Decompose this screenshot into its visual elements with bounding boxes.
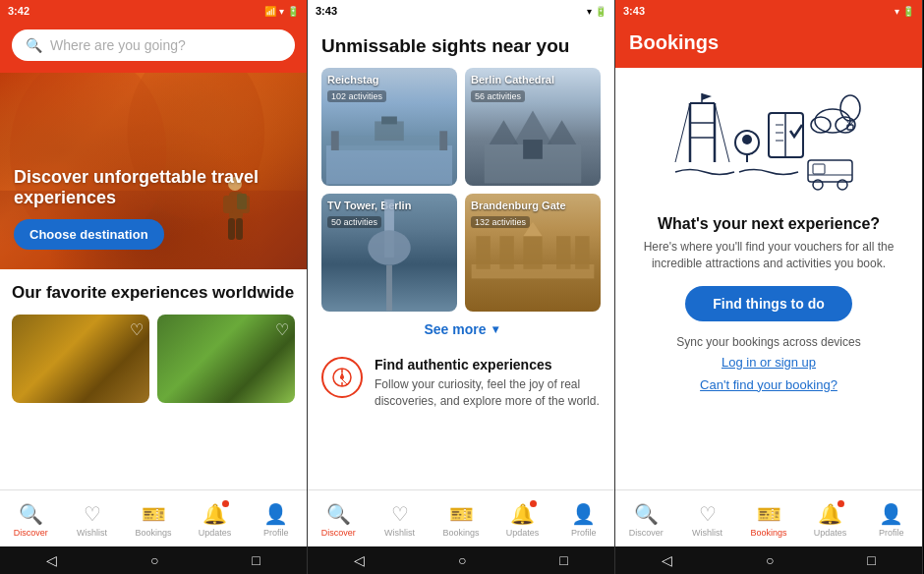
- tower-svg: [321, 194, 457, 312]
- sight-card-0[interactable]: Reichstag 102 activities: [321, 68, 457, 186]
- nav-profile-label-1: Profile: [263, 528, 289, 538]
- experiences-title: Our favorite experiences worldwide: [12, 283, 295, 303]
- sight-card-3[interactable]: Brandenburg Gate 132 activities: [465, 194, 601, 312]
- home-btn-3[interactable]: ○: [766, 552, 774, 568]
- svg-rect-14: [331, 131, 339, 150]
- svg-marker-30: [523, 222, 542, 236]
- choose-destination-button[interactable]: Choose destination: [14, 219, 164, 250]
- svg-rect-29: [575, 236, 589, 269]
- nav-profile-2[interactable]: 👤 Profile: [553, 496, 614, 542]
- home-btn-1[interactable]: ○: [150, 552, 158, 568]
- nav-wishlist-label-2: Wishlist: [384, 528, 415, 538]
- exp-card-1[interactable]: ♡: [12, 315, 149, 403]
- search-bar[interactable]: 🔍 Where are you going?: [12, 29, 295, 61]
- back-btn-3[interactable]: ◁: [662, 552, 672, 568]
- see-more-text: See more: [424, 321, 486, 337]
- nav-wishlist-2[interactable]: ♡ Wishlist: [369, 496, 430, 542]
- nav-discover-2[interactable]: 🔍 Discover: [308, 496, 369, 542]
- svg-marker-17: [513, 110, 551, 144]
- login-link[interactable]: Log in or sign up: [635, 355, 902, 370]
- recents-btn-1[interactable]: □: [252, 552, 260, 568]
- nav-updates-3[interactable]: 🔔 Updates: [799, 496, 860, 542]
- status-bar-3: 3:43 ▾ 🔋: [615, 0, 922, 22]
- bookings-header: Bookings: [615, 22, 922, 68]
- find-things-button[interactable]: Find things to do: [685, 286, 852, 321]
- nav-bookings-1[interactable]: 🎫 Bookings: [123, 496, 184, 542]
- back-btn-1[interactable]: ◁: [46, 552, 57, 568]
- wishlist-icon-2: ♡: [391, 502, 409, 526]
- hero-bg: Discover unforgettable travel experience…: [0, 73, 307, 269]
- profile-icon-1: 👤: [263, 502, 288, 526]
- nav-bookings-3[interactable]: 🎫 Bookings: [738, 496, 799, 542]
- sights-grid: Reichstag 102 activities Berlin Cathedra…: [308, 68, 614, 312]
- svg-point-22: [368, 230, 410, 264]
- nav-profile-label-2: Profile: [571, 528, 597, 538]
- nav-wishlist-3[interactable]: ♡ Wishlist: [676, 496, 737, 542]
- svg-line-43: [715, 103, 729, 162]
- updates-icon-3: 🔔: [818, 502, 842, 526]
- cant-find-link[interactable]: Can't find your booking?: [635, 377, 902, 392]
- nav-updates-1[interactable]: 🔔 Updates: [184, 496, 245, 542]
- svg-rect-28: [556, 236, 570, 269]
- sight-card-1[interactable]: Berlin Cathedral 56 activities: [465, 68, 601, 186]
- sight-card-2[interactable]: TV Tower, Berlin 50 activities: [321, 194, 457, 312]
- svg-line-36: [340, 377, 348, 385]
- svg-rect-61: [808, 160, 852, 182]
- status-bar-1: 3:42 📶 ▾ 🔋: [0, 0, 307, 22]
- nav-profile-label-3: Profile: [879, 528, 904, 538]
- battery-icon-3: 🔋: [902, 6, 914, 17]
- compass-icon: [330, 366, 354, 389]
- nav-profile-3[interactable]: 👤 Profile: [861, 496, 922, 542]
- nav-bookings-label-3: Bookings: [751, 528, 787, 538]
- home-btn-2[interactable]: ○: [458, 552, 466, 568]
- updates-icon-2: 🔔: [510, 502, 535, 526]
- wishlist-icon-1: ♡: [84, 502, 101, 526]
- exp-card-2[interactable]: ♡: [157, 315, 295, 403]
- nav-updates-label-2: Updates: [506, 528, 540, 538]
- nav-bookings-2[interactable]: 🎫 Bookings: [431, 496, 491, 542]
- authentic-icon: [321, 357, 363, 398]
- nav-discover-label-1: Discover: [14, 528, 48, 538]
- nav-discover-1[interactable]: 🔍 Discover: [0, 496, 61, 542]
- sight-count-1: 56 activities: [471, 90, 525, 102]
- bookings-page-title: Bookings: [629, 31, 908, 54]
- svg-rect-23: [386, 265, 392, 311]
- svg-marker-45: [702, 93, 712, 100]
- discover-icon-3: 🔍: [634, 502, 659, 526]
- nav-discover-3[interactable]: 🔍 Discover: [615, 496, 676, 542]
- sight-name-0: Reichstag: [327, 74, 386, 86]
- svg-rect-27: [523, 236, 542, 269]
- status-icons-1: 📶 ▾ 🔋: [264, 6, 299, 17]
- nav-bookings-label-1: Bookings: [136, 528, 172, 538]
- discover-icon-2: 🔍: [326, 502, 351, 526]
- status-icons-2: ▾ 🔋: [587, 6, 606, 17]
- svg-point-54: [815, 109, 850, 133]
- bookings-body: What's your next experience? Here's wher…: [615, 209, 922, 410]
- back-btn-2[interactable]: ◁: [354, 552, 365, 568]
- recents-btn-3[interactable]: □: [867, 552, 875, 568]
- svg-point-47: [742, 135, 752, 144]
- heart-icon-1[interactable]: ♡: [130, 320, 144, 339]
- sights-title: Unmissable sights near you: [321, 35, 601, 58]
- status-icons-3: ▾ 🔋: [895, 6, 914, 17]
- bookings-icon-3: 🎫: [757, 502, 781, 526]
- bookings-illustration: [615, 68, 922, 209]
- recents-btn-2[interactable]: □: [559, 552, 567, 568]
- nav-wishlist-1[interactable]: ♡ Wishlist: [61, 496, 122, 542]
- nav-profile-1[interactable]: 👤 Profile: [246, 496, 307, 542]
- reichstag-svg: [321, 115, 457, 186]
- system-bar-1: ◁ ○ □: [0, 546, 307, 574]
- nav-updates-2[interactable]: 🔔 Updates: [491, 496, 552, 542]
- phone-discover: 3:42 📶 ▾ 🔋 🔍 Where are you going?: [0, 0, 308, 574]
- see-more-row[interactable]: See more ▾: [308, 312, 614, 347]
- sync-text: Sync your bookings across devices: [635, 335, 902, 349]
- svg-line-42: [675, 103, 690, 162]
- experiences-section: Our favorite experiences worldwide ♡ ♡: [0, 269, 307, 489]
- time-3: 3:43: [623, 5, 645, 17]
- heart-icon-2[interactable]: ♡: [275, 320, 289, 339]
- phone2-content: Unmissable sights near you Reichstag 102…: [308, 22, 614, 489]
- gate-svg: [465, 217, 601, 312]
- nav-updates-label-1: Updates: [199, 528, 232, 538]
- nav-wishlist-label-1: Wishlist: [77, 528, 107, 538]
- wifi-icon-3: ▾: [895, 6, 899, 17]
